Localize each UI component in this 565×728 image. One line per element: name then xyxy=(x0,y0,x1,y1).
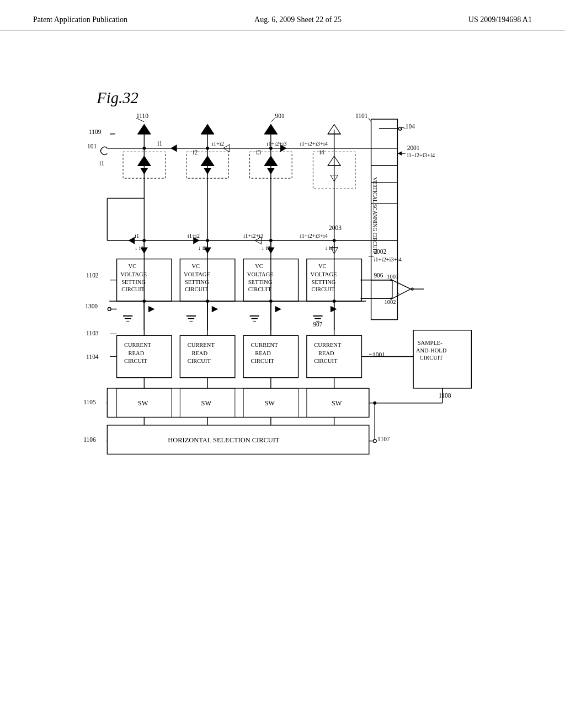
svg-text:AND-HOLD: AND-HOLD xyxy=(416,347,447,354)
svg-text:SETTING: SETTING xyxy=(248,279,273,285)
circuit-diagram: Fig.32 i1 i1+i2 i1+i2 xyxy=(33,72,530,678)
svg-marker-4 xyxy=(138,125,151,134)
svg-text:1300: 1300 xyxy=(85,303,98,309)
svg-marker-26 xyxy=(264,156,277,165)
svg-text:1103: 1103 xyxy=(86,330,99,336)
svg-text:−: − xyxy=(397,282,399,288)
svg-marker-8 xyxy=(264,125,277,134)
svg-marker-122 xyxy=(212,306,218,312)
svg-text:1108: 1108 xyxy=(439,392,451,399)
svg-text:i1+i2+i3+i4: i1+i2+i3+i4 xyxy=(374,256,402,263)
svg-point-213 xyxy=(206,299,209,303)
svg-point-205 xyxy=(142,147,146,150)
svg-text:VOLTAGE: VOLTAGE xyxy=(120,271,147,277)
svg-text:901: 901 xyxy=(275,113,285,119)
svg-text:READ: READ xyxy=(318,350,334,356)
svg-text:↓ i3: ↓ i3 xyxy=(262,245,270,251)
svg-text:CIRCUIT: CIRCUIT xyxy=(124,358,148,364)
svg-text:VOLTAGE: VOLTAGE xyxy=(311,271,337,277)
svg-text:VC: VC xyxy=(191,263,200,269)
svg-text:101: 101 xyxy=(87,143,97,149)
svg-text:CIRCUIT: CIRCUIT xyxy=(248,286,272,292)
svg-text:1110: 1110 xyxy=(136,113,148,119)
svg-text:906: 906 xyxy=(374,272,383,279)
svg-marker-124 xyxy=(275,306,281,312)
svg-text:i4: i4 xyxy=(319,149,324,156)
svg-marker-20 xyxy=(138,156,151,165)
svg-text:1101: 1101 xyxy=(355,113,368,119)
svg-text:CIRCUIT: CIRCUIT xyxy=(188,358,211,364)
svg-text:i1+i2: i1+i2 xyxy=(188,233,200,239)
svg-text:907: 907 xyxy=(313,321,322,328)
svg-text:1003: 1003 xyxy=(387,274,398,280)
header-left: Patent Application Publication xyxy=(33,15,127,24)
svg-point-207 xyxy=(269,147,273,150)
diagram-area: Fig.32 i1 i1+i2 i1+i2 xyxy=(33,72,530,678)
svg-marker-56 xyxy=(397,151,402,156)
svg-point-214 xyxy=(269,299,273,303)
svg-text:CIRCUIT: CIRCUIT xyxy=(420,355,444,361)
svg-point-45 xyxy=(398,127,402,130)
svg-text:i1+i2+i3+i4: i1+i2+i3+i4 xyxy=(407,152,435,158)
svg-text:i2: i2 xyxy=(193,149,198,156)
svg-text:1105: 1105 xyxy=(83,399,96,405)
svg-point-208 xyxy=(142,239,146,242)
svg-text:i3: i3 xyxy=(256,149,261,156)
svg-marker-120 xyxy=(148,306,154,312)
svg-text:104: 104 xyxy=(406,123,415,130)
svg-text:VC: VC xyxy=(255,263,263,269)
svg-marker-33 xyxy=(204,168,211,174)
svg-text:i1+i2+i3+i4: i1+i2+i3+i4 xyxy=(300,141,328,147)
header-center: Aug. 6, 2009 Sheet 22 of 25 xyxy=(254,15,342,24)
svg-text:SW: SW xyxy=(201,399,212,407)
svg-marker-104 xyxy=(392,280,411,298)
svg-marker-59 xyxy=(129,237,135,244)
svg-text:i1+i2+i3: i1+i2+i3 xyxy=(243,233,263,239)
svg-marker-125 xyxy=(331,306,337,312)
svg-text:+: + xyxy=(397,291,399,297)
svg-text:SW: SW xyxy=(138,399,148,407)
svg-marker-6 xyxy=(201,125,214,134)
svg-text:CIRCUIT: CIRCUIT xyxy=(312,286,335,292)
svg-text:CURRENT: CURRENT xyxy=(124,342,152,348)
svg-text:1109: 1109 xyxy=(89,129,102,135)
svg-text:SETTING: SETTING xyxy=(121,279,146,285)
svg-text:i1+i2+i3+i4: i1+i2+i3+i4 xyxy=(300,233,328,239)
svg-text:SETTING: SETTING xyxy=(312,279,336,285)
svg-point-212 xyxy=(142,299,146,303)
svg-text:HORIZONTAL SELECTION CIRCUIT: HORIZONTAL SELECTION CIRCUIT xyxy=(168,436,280,444)
svg-text:CIRCUIT: CIRCUIT xyxy=(121,286,145,292)
svg-text:SETTING: SETTING xyxy=(185,279,209,285)
svg-text:VOLTAGE: VOLTAGE xyxy=(247,271,274,277)
svg-text:i1+i2+i3: i1+i2+i3 xyxy=(266,141,286,147)
svg-point-209 xyxy=(206,239,209,242)
svg-text:2001: 2001 xyxy=(407,144,420,151)
svg-text:CURRENT: CURRENT xyxy=(314,342,342,348)
svg-text:CURRENT: CURRENT xyxy=(251,342,279,348)
header-right: US 2009/194698 A1 xyxy=(468,15,532,24)
svg-marker-32 xyxy=(141,168,148,174)
page-header: Patent Application Publication Aug. 6, 2… xyxy=(0,0,565,30)
svg-text:CURRENT: CURRENT xyxy=(188,342,215,348)
svg-point-215 xyxy=(333,299,336,303)
svg-text:VC: VC xyxy=(318,263,327,269)
svg-text:VERTICAL SCANNING CIRCUIT: VERTICAL SCANNING CIRCUIT xyxy=(372,177,378,254)
svg-text:i1: i1 xyxy=(99,160,104,167)
svg-text:READ: READ xyxy=(129,350,145,356)
svg-marker-13 xyxy=(170,144,177,152)
svg-text:i1+i2: i1+i2 xyxy=(212,141,224,147)
svg-text:SW: SW xyxy=(332,399,342,407)
svg-text:SW: SW xyxy=(264,399,275,407)
svg-marker-34 xyxy=(267,168,274,174)
svg-line-49 xyxy=(271,118,275,122)
svg-point-184 xyxy=(373,440,376,443)
svg-text:1002: 1002 xyxy=(385,299,396,305)
svg-text:2003: 2003 xyxy=(329,224,342,231)
svg-text:1107: 1107 xyxy=(377,436,390,442)
svg-text:↓ i2: ↓ i2 xyxy=(198,245,207,251)
svg-point-116 xyxy=(108,308,111,311)
svg-text:↓ i4: ↓ i4 xyxy=(324,245,334,251)
svg-point-210 xyxy=(269,239,273,242)
svg-point-211 xyxy=(333,239,336,242)
svg-point-206 xyxy=(206,147,209,150)
